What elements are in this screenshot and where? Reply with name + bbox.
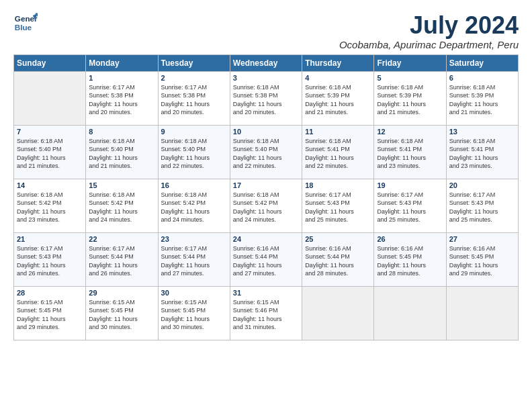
day-cell [14, 71, 86, 125]
day-info: Sunrise: 6:17 AM Sunset: 5:43 PM Dayligh… [449, 191, 515, 224]
day-info: Sunrise: 6:18 AM Sunset: 5:41 PM Dayligh… [449, 137, 515, 171]
logo-icon: General Blue [13, 11, 38, 35]
day-cell: 10Sunrise: 6:18 AM Sunset: 5:40 PM Dayli… [230, 125, 302, 179]
day-header-friday: Friday [374, 54, 446, 71]
week-row-4: 21Sunrise: 6:17 AM Sunset: 5:43 PM Dayli… [14, 232, 519, 286]
day-cell: 20Sunrise: 6:17 AM Sunset: 5:43 PM Dayli… [446, 179, 518, 232]
day-cell: 2Sunrise: 6:17 AM Sunset: 5:38 PM Daylig… [158, 71, 230, 125]
day-number: 4 [305, 74, 371, 82]
day-info: Sunrise: 6:18 AM Sunset: 5:42 PM Dayligh… [89, 191, 154, 224]
day-number: 21 [17, 235, 83, 243]
day-number: 6 [449, 74, 515, 82]
day-number: 26 [377, 235, 443, 243]
day-cell: 16Sunrise: 6:18 AM Sunset: 5:42 PM Dayli… [158, 179, 230, 232]
day-number: 30 [161, 289, 227, 297]
day-cell: 13Sunrise: 6:18 AM Sunset: 5:41 PM Dayli… [446, 125, 518, 179]
day-number: 2 [161, 74, 227, 82]
day-header-saturday: Saturday [446, 54, 518, 71]
header: General Blue July 2024 Ocobamba, Apurima… [13, 12, 519, 50]
day-number: 8 [89, 128, 154, 136]
day-info: Sunrise: 6:16 AM Sunset: 5:45 PM Dayligh… [449, 244, 515, 278]
week-row-1: 1Sunrise: 6:17 AM Sunset: 5:38 PM Daylig… [14, 71, 519, 125]
day-info: Sunrise: 6:18 AM Sunset: 5:40 PM Dayligh… [233, 137, 299, 171]
day-cell: 8Sunrise: 6:18 AM Sunset: 5:40 PM Daylig… [86, 125, 158, 179]
day-info: Sunrise: 6:18 AM Sunset: 5:40 PM Dayligh… [89, 137, 154, 171]
day-number: 15 [89, 181, 154, 189]
day-number: 10 [233, 128, 299, 136]
day-cell: 22Sunrise: 6:17 AM Sunset: 5:44 PM Dayli… [86, 232, 158, 286]
day-info: Sunrise: 6:18 AM Sunset: 5:39 PM Dayligh… [377, 83, 443, 117]
day-number: 24 [233, 235, 299, 243]
day-number: 31 [233, 289, 299, 297]
day-cell: 21Sunrise: 6:17 AM Sunset: 5:43 PM Dayli… [14, 232, 86, 286]
calendar-table: SundayMondayTuesdayWednesdayThursdayFrid… [13, 54, 519, 340]
day-cell: 27Sunrise: 6:16 AM Sunset: 5:45 PM Dayli… [446, 232, 518, 286]
day-number: 14 [17, 181, 83, 189]
day-number: 18 [305, 181, 371, 189]
day-info: Sunrise: 6:15 AM Sunset: 5:45 PM Dayligh… [89, 298, 154, 332]
page: General Blue July 2024 Ocobamba, Apurima… [0, 0, 532, 411]
day-number: 23 [161, 235, 227, 243]
day-info: Sunrise: 6:17 AM Sunset: 5:44 PM Dayligh… [89, 244, 154, 278]
day-info: Sunrise: 6:17 AM Sunset: 5:38 PM Dayligh… [161, 83, 227, 117]
day-cell: 12Sunrise: 6:18 AM Sunset: 5:41 PM Dayli… [374, 125, 446, 179]
day-number: 25 [305, 235, 371, 243]
day-number: 1 [89, 74, 154, 82]
day-cell: 26Sunrise: 6:16 AM Sunset: 5:45 PM Dayli… [374, 232, 446, 286]
day-info: Sunrise: 6:18 AM Sunset: 5:39 PM Dayligh… [449, 83, 515, 117]
day-cell: 11Sunrise: 6:18 AM Sunset: 5:41 PM Dayli… [302, 125, 374, 179]
day-number: 22 [89, 235, 154, 243]
day-header-wednesday: Wednesday [230, 54, 302, 71]
day-header-thursday: Thursday [302, 54, 374, 71]
day-info: Sunrise: 6:18 AM Sunset: 5:41 PM Dayligh… [377, 137, 443, 171]
week-row-5: 28Sunrise: 6:15 AM Sunset: 5:45 PM Dayli… [14, 286, 519, 340]
day-info: Sunrise: 6:18 AM Sunset: 5:42 PM Dayligh… [17, 191, 83, 224]
week-row-2: 7Sunrise: 6:18 AM Sunset: 5:40 PM Daylig… [14, 125, 519, 179]
day-cell: 6Sunrise: 6:18 AM Sunset: 5:39 PM Daylig… [446, 71, 518, 125]
day-cell: 25Sunrise: 6:16 AM Sunset: 5:44 PM Dayli… [302, 232, 374, 286]
location: Ocobamba, Apurimac Department, Peru [339, 39, 519, 50]
day-number: 17 [233, 181, 299, 189]
day-header-sunday: Sunday [14, 54, 86, 71]
day-cell: 23Sunrise: 6:17 AM Sunset: 5:44 PM Dayli… [158, 232, 230, 286]
day-number: 28 [17, 289, 83, 297]
day-cell: 18Sunrise: 6:17 AM Sunset: 5:43 PM Dayli… [302, 179, 374, 232]
day-cell [374, 286, 446, 340]
day-info: Sunrise: 6:18 AM Sunset: 5:42 PM Dayligh… [233, 191, 299, 224]
day-cell: 4Sunrise: 6:18 AM Sunset: 5:39 PM Daylig… [302, 71, 374, 125]
day-cell: 5Sunrise: 6:18 AM Sunset: 5:39 PM Daylig… [374, 71, 446, 125]
day-info: Sunrise: 6:17 AM Sunset: 5:43 PM Dayligh… [305, 191, 371, 224]
day-number: 27 [449, 235, 515, 243]
day-cell: 9Sunrise: 6:18 AM Sunset: 5:40 PM Daylig… [158, 125, 230, 179]
day-info: Sunrise: 6:15 AM Sunset: 5:45 PM Dayligh… [161, 298, 227, 332]
day-info: Sunrise: 6:17 AM Sunset: 5:43 PM Dayligh… [17, 244, 83, 278]
day-number: 20 [449, 181, 515, 189]
svg-text:Blue: Blue [15, 23, 32, 32]
day-number: 3 [233, 74, 299, 82]
day-cell: 24Sunrise: 6:16 AM Sunset: 5:44 PM Dayli… [230, 232, 302, 286]
day-info: Sunrise: 6:17 AM Sunset: 5:38 PM Dayligh… [89, 83, 154, 117]
logo: General Blue [13, 12, 39, 36]
day-info: Sunrise: 6:18 AM Sunset: 5:38 PM Dayligh… [233, 83, 299, 117]
day-header-tuesday: Tuesday [158, 54, 230, 71]
day-cell [446, 286, 518, 340]
day-cell: 29Sunrise: 6:15 AM Sunset: 5:45 PM Dayli… [86, 286, 158, 340]
day-number: 16 [161, 181, 227, 189]
header-row: SundayMondayTuesdayWednesdayThursdayFrid… [14, 54, 519, 71]
day-cell: 7Sunrise: 6:18 AM Sunset: 5:40 PM Daylig… [14, 125, 86, 179]
day-info: Sunrise: 6:18 AM Sunset: 5:40 PM Dayligh… [161, 137, 227, 171]
day-number: 29 [89, 289, 154, 297]
day-number: 9 [161, 128, 227, 136]
day-number: 19 [377, 181, 443, 189]
month-title: July 2024 [339, 12, 519, 39]
day-number: 12 [377, 128, 443, 136]
day-info: Sunrise: 6:18 AM Sunset: 5:42 PM Dayligh… [161, 191, 227, 224]
day-info: Sunrise: 6:15 AM Sunset: 5:45 PM Dayligh… [17, 298, 83, 332]
day-cell: 1Sunrise: 6:17 AM Sunset: 5:38 PM Daylig… [86, 71, 158, 125]
day-info: Sunrise: 6:18 AM Sunset: 5:40 PM Dayligh… [17, 137, 83, 171]
day-info: Sunrise: 6:17 AM Sunset: 5:43 PM Dayligh… [377, 191, 443, 224]
day-cell [302, 286, 374, 340]
day-cell: 31Sunrise: 6:15 AM Sunset: 5:46 PM Dayli… [230, 286, 302, 340]
day-info: Sunrise: 6:16 AM Sunset: 5:44 PM Dayligh… [233, 244, 299, 278]
day-cell: 15Sunrise: 6:18 AM Sunset: 5:42 PM Dayli… [86, 179, 158, 232]
